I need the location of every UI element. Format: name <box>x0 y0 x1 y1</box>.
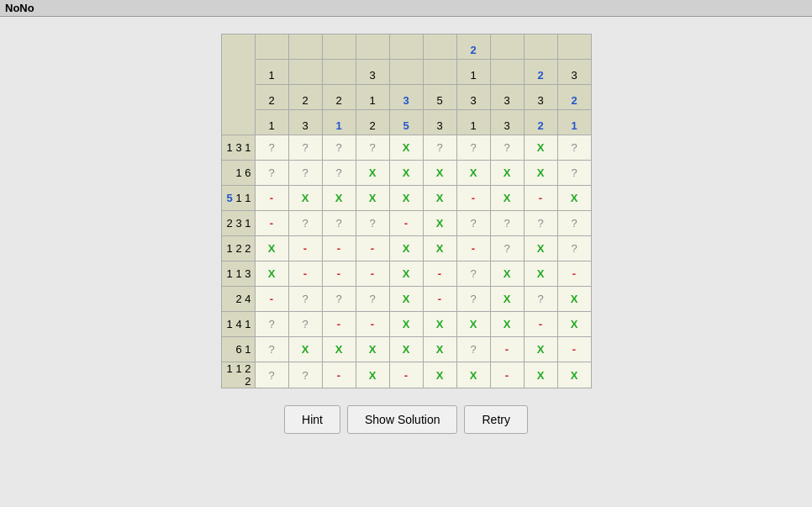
cell-0-8[interactable]: X <box>524 135 557 161</box>
cell-4-4[interactable]: X <box>389 236 423 261</box>
cell-4-3[interactable]: - <box>356 236 389 261</box>
cell-9-5[interactable]: X <box>423 362 456 388</box>
cell-6-8[interactable]: ? <box>524 287 557 312</box>
cell-2-5[interactable]: X <box>423 186 456 211</box>
cell-3-6[interactable]: ? <box>456 211 490 236</box>
cell-2-0[interactable]: - <box>255 186 288 211</box>
cell-2-6[interactable]: - <box>456 186 490 211</box>
cell-5-7[interactable]: X <box>490 261 524 287</box>
cell-0-5[interactable]: ? <box>423 135 456 161</box>
cell-7-2[interactable]: - <box>322 312 356 337</box>
cell-8-0[interactable]: ? <box>255 337 288 362</box>
cell-8-8[interactable]: X <box>524 337 557 362</box>
cell-8-1[interactable]: X <box>288 337 322 362</box>
cell-1-4[interactable]: X <box>389 161 423 186</box>
cell-5-0[interactable]: X <box>255 261 288 287</box>
cell-1-9[interactable]: ? <box>557 161 591 186</box>
cell-1-6[interactable]: X <box>456 161 490 186</box>
cell-3-7[interactable]: ? <box>490 211 524 236</box>
cell-0-4[interactable]: X <box>389 135 423 161</box>
cell-4-0[interactable]: X <box>255 236 288 261</box>
cell-7-5[interactable]: X <box>423 312 456 337</box>
cell-7-9[interactable]: X <box>557 312 591 337</box>
cell-6-9[interactable]: X <box>557 287 591 312</box>
cell-8-7[interactable]: - <box>490 337 524 362</box>
cell-5-5[interactable]: - <box>423 261 456 287</box>
cell-0-2[interactable]: ? <box>322 135 356 161</box>
cell-7-6[interactable]: X <box>456 312 490 337</box>
cell-8-9[interactable]: - <box>557 337 591 362</box>
cell-3-3[interactable]: ? <box>356 211 389 236</box>
cell-8-6[interactable]: ? <box>456 337 490 362</box>
cell-1-3[interactable]: X <box>356 161 389 186</box>
cell-4-6[interactable]: - <box>456 236 490 261</box>
cell-3-0[interactable]: - <box>255 211 288 236</box>
cell-1-8[interactable]: X <box>524 161 557 186</box>
cell-6-3[interactable]: ? <box>356 287 389 312</box>
cell-2-1[interactable]: X <box>288 186 322 211</box>
cell-9-9[interactable]: X <box>557 362 591 388</box>
cell-4-9[interactable]: ? <box>557 236 591 261</box>
cell-9-4[interactable]: - <box>389 362 423 388</box>
cell-6-7[interactable]: X <box>490 287 524 312</box>
cell-2-4[interactable]: X <box>389 186 423 211</box>
cell-2-2[interactable]: X <box>322 186 356 211</box>
cell-9-2[interactable]: - <box>322 362 356 388</box>
cell-3-4[interactable]: - <box>389 211 423 236</box>
cell-7-3[interactable]: - <box>356 312 389 337</box>
cell-4-5[interactable]: X <box>423 236 456 261</box>
cell-2-9[interactable]: X <box>557 186 591 211</box>
cell-0-9[interactable]: ? <box>557 135 591 161</box>
cell-4-8[interactable]: X <box>524 236 557 261</box>
cell-3-5[interactable]: X <box>423 211 456 236</box>
cell-5-2[interactable]: - <box>322 261 356 287</box>
cell-7-1[interactable]: ? <box>288 312 322 337</box>
cell-2-3[interactable]: X <box>356 186 389 211</box>
cell-5-6[interactable]: ? <box>456 261 490 287</box>
cell-9-7[interactable]: - <box>490 362 524 388</box>
cell-6-2[interactable]: ? <box>322 287 356 312</box>
retry-button[interactable]: Retry <box>464 405 527 434</box>
cell-5-4[interactable]: X <box>389 261 423 287</box>
cell-4-2[interactable]: - <box>322 236 356 261</box>
cell-5-1[interactable]: - <box>288 261 322 287</box>
cell-1-1[interactable]: ? <box>288 161 322 186</box>
cell-8-4[interactable]: X <box>389 337 423 362</box>
cell-4-7[interactable]: ? <box>490 236 524 261</box>
cell-1-0[interactable]: ? <box>255 161 288 186</box>
cell-0-1[interactable]: ? <box>288 135 322 161</box>
cell-6-4[interactable]: X <box>389 287 423 312</box>
cell-5-3[interactable]: - <box>356 261 389 287</box>
cell-0-0[interactable]: ? <box>255 135 288 161</box>
cell-7-4[interactable]: X <box>389 312 423 337</box>
cell-7-0[interactable]: ? <box>255 312 288 337</box>
cell-4-1[interactable]: - <box>288 236 322 261</box>
cell-1-2[interactable]: ? <box>322 161 356 186</box>
cell-1-7[interactable]: X <box>490 161 524 186</box>
cell-0-6[interactable]: ? <box>456 135 490 161</box>
cell-9-8[interactable]: X <box>524 362 557 388</box>
show-solution-button[interactable]: Show Solution <box>347 405 458 434</box>
hint-button[interactable]: Hint <box>284 405 340 434</box>
cell-3-8[interactable]: ? <box>524 211 557 236</box>
cell-3-1[interactable]: ? <box>288 211 322 236</box>
cell-5-8[interactable]: X <box>524 261 557 287</box>
cell-3-2[interactable]: ? <box>322 211 356 236</box>
cell-7-7[interactable]: X <box>490 312 524 337</box>
cell-6-1[interactable]: ? <box>288 287 322 312</box>
cell-9-3[interactable]: X <box>356 362 389 388</box>
cell-6-5[interactable]: - <box>423 287 456 312</box>
cell-8-5[interactable]: X <box>423 337 456 362</box>
cell-2-7[interactable]: X <box>490 186 524 211</box>
cell-1-5[interactable]: X <box>423 161 456 186</box>
cell-6-6[interactable]: ? <box>456 287 490 312</box>
cell-8-2[interactable]: X <box>322 337 356 362</box>
cell-8-3[interactable]: X <box>356 337 389 362</box>
cell-7-8[interactable]: - <box>524 312 557 337</box>
cell-0-3[interactable]: ? <box>356 135 389 161</box>
cell-2-8[interactable]: - <box>524 186 557 211</box>
cell-9-6[interactable]: X <box>456 362 490 388</box>
cell-5-9[interactable]: - <box>557 261 591 287</box>
cell-0-7[interactable]: ? <box>490 135 524 161</box>
cell-6-0[interactable]: - <box>255 287 288 312</box>
